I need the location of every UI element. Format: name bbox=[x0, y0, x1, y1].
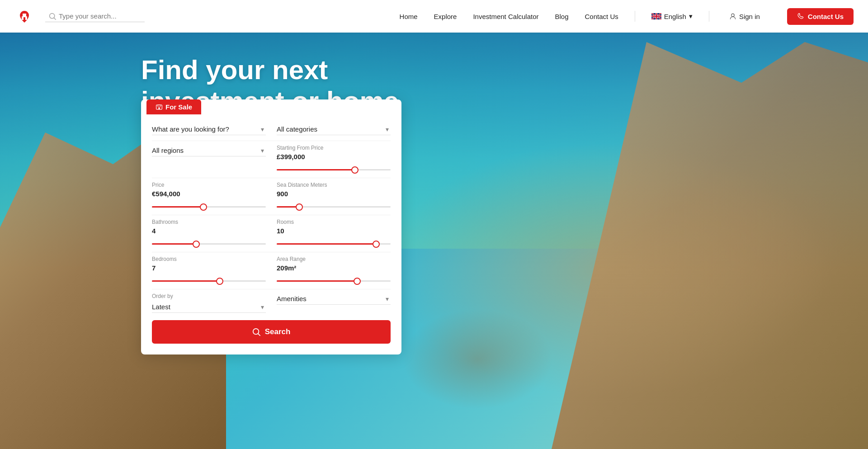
svg-rect-9 bbox=[158, 105, 160, 107]
categories-select[interactable]: All categories bbox=[277, 123, 391, 135]
sea-distance-group: Sea Distance Meters 900 bbox=[277, 182, 391, 209]
flag-icon bbox=[651, 13, 661, 19]
rooms-label: Rooms bbox=[277, 219, 391, 225]
looking-for-select-wrap[interactable]: What are you looking for? bbox=[152, 123, 266, 135]
svg-line-12 bbox=[258, 334, 260, 336]
contact-btn-label: Contact Us bbox=[808, 13, 844, 20]
divider-5 bbox=[152, 289, 391, 289]
price-value: €594,000 bbox=[152, 190, 266, 198]
form-row-4: Bathrooms 4 Rooms 10 bbox=[152, 219, 391, 246]
divider-1 bbox=[152, 141, 391, 141]
nav-links: Home Explore Investment Calculator Blog … bbox=[400, 8, 854, 25]
nav-explore[interactable]: Explore bbox=[434, 13, 457, 20]
search-btn-label: Search bbox=[265, 327, 291, 336]
bedrooms-value: 7 bbox=[152, 264, 266, 272]
search-button[interactable]: Search bbox=[152, 320, 391, 344]
nav-investment-calculator[interactable]: Investment Calculator bbox=[473, 13, 538, 20]
search-icon bbox=[49, 13, 56, 20]
price-label: Price bbox=[152, 182, 266, 188]
divider-4 bbox=[152, 252, 391, 252]
bathrooms-label: Bathrooms bbox=[152, 219, 266, 225]
regions-select-wrap[interactable]: All regions bbox=[152, 145, 266, 156]
nav-divider-2 bbox=[709, 11, 709, 22]
search-input[interactable] bbox=[59, 12, 131, 20]
divider-2 bbox=[152, 178, 391, 178]
sea-distance-value: 900 bbox=[277, 190, 391, 198]
search-bar[interactable] bbox=[45, 10, 145, 22]
form-row-2: All regions Starting From Price £399,000 bbox=[152, 145, 391, 172]
bathrooms-slider-wrap[interactable] bbox=[152, 238, 266, 246]
bedrooms-label: Bedrooms bbox=[152, 256, 266, 262]
bathrooms-group: Bathrooms 4 bbox=[152, 219, 266, 246]
phone-icon bbox=[797, 13, 804, 20]
tab-label: For Sale bbox=[165, 103, 192, 111]
regions-group: All regions bbox=[152, 145, 266, 172]
nav-home[interactable]: Home bbox=[400, 13, 418, 20]
form-row-5: Bedrooms 7 Area Range 209m² bbox=[152, 256, 391, 284]
lang-chevron: ▾ bbox=[689, 12, 693, 20]
rooms-slider[interactable] bbox=[277, 243, 391, 245]
nav-contact-us[interactable]: Contact Us bbox=[585, 13, 618, 20]
looking-for-group: What are you looking for? bbox=[152, 123, 266, 135]
categories-group: All categories bbox=[277, 123, 391, 135]
amenities-select-wrap[interactable]: Amenities bbox=[277, 293, 391, 305]
lang-label: English bbox=[664, 13, 686, 20]
rooms-slider-wrap[interactable] bbox=[277, 238, 391, 246]
price-slider[interactable] bbox=[152, 206, 266, 208]
nav-contact-button[interactable]: Contact Us bbox=[787, 8, 854, 25]
regions-select[interactable]: All regions bbox=[152, 145, 266, 156]
area-range-slider-wrap[interactable] bbox=[277, 275, 391, 284]
signin-button[interactable]: Sign in bbox=[729, 13, 760, 20]
rooms-value: 10 bbox=[277, 227, 391, 235]
user-icon bbox=[729, 13, 736, 20]
bathrooms-slider[interactable] bbox=[152, 243, 266, 245]
svg-line-5 bbox=[54, 18, 56, 19]
bedrooms-group: Bedrooms 7 bbox=[152, 256, 266, 284]
area-range-group: Area Range 209m² bbox=[277, 256, 391, 284]
hero-section: Home Explore Investment Calculator Blog … bbox=[0, 0, 868, 449]
area-range-slider[interactable] bbox=[277, 280, 391, 282]
amenities-group: Amenities bbox=[277, 293, 391, 313]
amenities-select[interactable]: Amenities bbox=[277, 293, 391, 305]
nav-divider bbox=[635, 11, 635, 22]
area-range-value: 209m² bbox=[277, 264, 391, 272]
area-range-label: Area Range bbox=[277, 256, 391, 262]
order-by-label: Order by bbox=[152, 293, 266, 299]
for-sale-icon bbox=[156, 104, 163, 111]
signin-label: Sign in bbox=[739, 13, 760, 20]
card-tab[interactable]: For Sale bbox=[146, 99, 201, 114]
search-card: For Sale What are you looking for? All c… bbox=[141, 99, 401, 354]
starting-price-slider-wrap[interactable] bbox=[277, 164, 391, 172]
price-slider-wrap[interactable] bbox=[152, 201, 266, 209]
nav-language-selector[interactable]: English ▾ bbox=[651, 12, 693, 20]
divider-3 bbox=[152, 215, 391, 215]
nav-blog[interactable]: Blog bbox=[555, 13, 569, 20]
svg-rect-1 bbox=[23, 14, 26, 16]
form-row-3: Price €594,000 Sea Distance Meters 900 bbox=[152, 182, 391, 209]
form-row-6: Order by Latest Amenities bbox=[152, 293, 391, 313]
bedrooms-slider-wrap[interactable] bbox=[152, 275, 266, 284]
search-btn-icon bbox=[252, 328, 260, 336]
sea-distance-slider[interactable] bbox=[277, 206, 391, 208]
rooms-group: Rooms 10 bbox=[277, 219, 391, 246]
starting-price-value: £399,000 bbox=[277, 153, 391, 161]
svg-rect-10 bbox=[158, 107, 160, 109]
form-row-1: What are you looking for? All categories bbox=[152, 123, 391, 135]
bedrooms-slider[interactable] bbox=[152, 280, 266, 282]
svg-point-7 bbox=[731, 14, 734, 16]
sea-distance-label: Sea Distance Meters bbox=[277, 182, 391, 188]
hero-overlay bbox=[0, 0, 868, 449]
starting-price-group: Starting From Price £399,000 bbox=[277, 145, 391, 172]
looking-for-select[interactable]: What are you looking for? bbox=[152, 123, 266, 135]
price-group: Price €594,000 bbox=[152, 182, 266, 209]
sea-distance-slider-wrap[interactable] bbox=[277, 201, 391, 209]
svg-rect-3 bbox=[24, 17, 25, 20]
starting-price-slider[interactable] bbox=[277, 169, 391, 170]
order-by-select-wrap[interactable]: Latest bbox=[152, 301, 266, 313]
starting-price-label: Starting From Price bbox=[277, 145, 391, 151]
categories-select-wrap[interactable]: All categories bbox=[277, 123, 391, 135]
headline-line1: Find your next bbox=[141, 54, 399, 85]
order-by-select[interactable]: Latest bbox=[152, 301, 266, 313]
card-body: What are you looking for? All categories bbox=[141, 114, 401, 354]
logo[interactable] bbox=[14, 6, 34, 26]
